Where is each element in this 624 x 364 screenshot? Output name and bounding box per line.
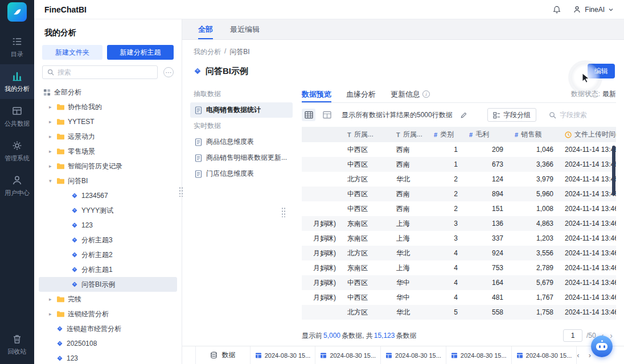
explorer-search-box[interactable] bbox=[42, 65, 158, 79]
tabs-scroll-left-icon[interactable]: ‹ bbox=[577, 351, 579, 359]
table-row[interactable]: 月妈咪)中西区华中44811,7672024-11-14 13:46:45 bbox=[302, 290, 616, 305]
table-row[interactable]: 月妈咪)北方区华北49243,5562024-11-14 13:46:45 bbox=[302, 246, 616, 260]
field-search-input[interactable] bbox=[560, 111, 611, 119]
table-row[interactable]: 中西区西南16733,3662024-11-14 13:46:45 bbox=[302, 157, 616, 172]
table-cell: 481 bbox=[463, 290, 509, 305]
info-icon[interactable]: i bbox=[422, 90, 430, 98]
detail-tab-0[interactable]: 数据预览 bbox=[302, 86, 331, 102]
detail-tab-2[interactable]: 更新信息i bbox=[391, 86, 430, 102]
sheet-tab-0[interactable]: 2024-08-30 15... bbox=[251, 346, 316, 364]
rail-item-user-center[interactable]: 用户中心 bbox=[0, 168, 34, 203]
dataset-resize-handle[interactable] bbox=[281, 207, 286, 217]
column-header[interactable]: #销售额 bbox=[509, 127, 559, 142]
column-header[interactable] bbox=[302, 127, 342, 142]
table-row[interactable]: 月妈咪)东南区上海33371,2032024-11-14 13:46:45 bbox=[302, 231, 616, 246]
table-cell: 337 bbox=[463, 231, 509, 246]
notification-bell-icon[interactable] bbox=[552, 5, 561, 14]
tree-item-17[interactable]: 20250108 bbox=[39, 336, 177, 351]
tree-item-13[interactable]: 问答BI示例 bbox=[39, 277, 177, 292]
column-header[interactable]: #类别 bbox=[428, 127, 463, 142]
column-view-icon[interactable] bbox=[320, 109, 334, 121]
column-header[interactable]: #毛利 bbox=[463, 127, 509, 142]
row-limit-summary: 显示所有数据计算结果的5000行数据 bbox=[342, 110, 453, 120]
rail-item-admin-system[interactable]: 管理系统 bbox=[0, 134, 34, 168]
search-icon bbox=[47, 69, 54, 76]
caret-right-icon[interactable]: ▸ bbox=[49, 163, 56, 169]
explorer-resize-handle[interactable] bbox=[179, 187, 183, 197]
table-row[interactable]: 北方区华北55581,7582024-11-14 13:46:45 bbox=[302, 305, 616, 320]
rail-item-catalog[interactable]: 目录 bbox=[0, 30, 34, 64]
table-view-icon[interactable] bbox=[302, 109, 315, 121]
caret-right-icon[interactable]: ▸ bbox=[49, 134, 56, 139]
table-row[interactable]: 北方区华北21243,9792024-11-14 13:46:45 bbox=[302, 172, 616, 187]
dataset-item[interactable]: 门店信息维度表 bbox=[190, 166, 293, 181]
breadcrumb-parent[interactable]: 我的分析 bbox=[194, 47, 221, 57]
tree-item-14[interactable]: ▸完犊 bbox=[39, 292, 177, 307]
new-folder-button[interactable]: 新建文件夹 bbox=[42, 45, 102, 60]
rail-item-my-analysis[interactable]: 我的分析 bbox=[0, 64, 34, 99]
table-row[interactable]: 月妈咪)中西区华中41645,6792024-11-14 13:46:45 bbox=[302, 275, 616, 290]
detail-tab-1[interactable]: 血缘分析 bbox=[346, 86, 376, 102]
main-tab-1[interactable]: 最近编辑 bbox=[230, 19, 260, 39]
caret-right-icon[interactable]: ▸ bbox=[49, 148, 56, 154]
tree-item-5[interactable]: ▸智能问答历史记录 bbox=[39, 159, 177, 173]
caret-right-icon[interactable]: ▸ bbox=[49, 104, 56, 110]
rows-total-count: 15,123 bbox=[374, 332, 395, 340]
tree-item-8[interactable]: YYYY测试 bbox=[39, 203, 177, 218]
tree-item-15[interactable]: ▸连锁经营分析 bbox=[39, 307, 177, 321]
edit-pencil-icon[interactable] bbox=[460, 111, 467, 119]
table-icon bbox=[451, 352, 458, 359]
sheet-tab-2[interactable]: 2024-08-30 15... bbox=[381, 346, 446, 364]
explorer-search-input[interactable] bbox=[58, 68, 153, 76]
table-row[interactable]: 中西区西南21511,0082024-11-14 13:46:45 bbox=[302, 201, 616, 216]
tree-item-9[interactable]: 123 bbox=[39, 218, 177, 233]
user-menu[interactable]: FineAI bbox=[573, 5, 614, 14]
sheet-tab-1[interactable]: 2024-08-30 15... bbox=[315, 346, 381, 364]
tree-item-7[interactable]: 1234567 bbox=[39, 188, 177, 203]
caret-right-icon[interactable]: ▸ bbox=[49, 296, 56, 302]
caret-right-icon[interactable]: ▸ bbox=[49, 311, 56, 317]
column-header[interactable]: T所属... bbox=[391, 127, 428, 142]
table-cell: 2024-11-14 13:46:45 bbox=[559, 142, 616, 157]
ai-assistant-button[interactable] bbox=[591, 336, 613, 357]
rail-item-public-data[interactable]: 公共数据 bbox=[0, 99, 34, 134]
table-row[interactable]: 中西区西南28945,9602024-11-14 13:46:45 bbox=[302, 187, 616, 201]
field-search-box[interactable] bbox=[549, 111, 616, 119]
tree-item-0[interactable]: 全部分析 bbox=[39, 85, 177, 100]
caret-right-icon[interactable]: ▸ bbox=[49, 119, 56, 125]
tree-item-16[interactable]: 连锁超市经营分析 bbox=[39, 321, 177, 336]
dataset-item[interactable]: 商品销售明细表数据更新... bbox=[190, 150, 293, 166]
sheet-tab-4[interactable]: 2024-08-30 15... bbox=[512, 346, 577, 364]
main-tab-0[interactable]: 全部 bbox=[198, 19, 213, 39]
table-scrollbar[interactable] bbox=[612, 146, 615, 196]
field-group-button[interactable]: 字段分组 bbox=[487, 108, 536, 122]
caret-down-icon[interactable]: ▾ bbox=[49, 178, 56, 184]
page-input[interactable] bbox=[563, 329, 582, 342]
edit-button[interactable]: 编辑 bbox=[588, 64, 615, 78]
tab-data[interactable]: 数据 bbox=[195, 346, 251, 364]
tree-item-2[interactable]: ▸YYTEST bbox=[39, 114, 177, 129]
new-subject-button[interactable]: 新建分析主题 bbox=[107, 45, 174, 60]
sheet-tab-3[interactable]: 2024-08-30 15... bbox=[446, 346, 512, 364]
tree-item-18[interactable]: 123 bbox=[39, 351, 177, 364]
column-header[interactable]: 文件上传时间(系统字... bbox=[559, 127, 616, 142]
breadcrumb-current[interactable]: 问答BI bbox=[229, 47, 249, 57]
tree-item-11[interactable]: 分析主题2 bbox=[39, 247, 177, 262]
column-header[interactable]: T所属... bbox=[342, 127, 391, 142]
rail-item-recycle-bin[interactable]: 回收站 bbox=[0, 327, 34, 362]
table-row[interactable]: 月妈咪)东南区上海31364,8632024-11-14 13:46:45 bbox=[302, 216, 616, 231]
tree-item-3[interactable]: ▸远景动力 bbox=[39, 129, 177, 144]
tree-item-1[interactable]: ▸协作给我的 bbox=[39, 100, 177, 114]
tree-item-4[interactable]: ▸零售场景 bbox=[39, 144, 177, 159]
tree-item-10[interactable]: 分析主题3 bbox=[39, 233, 177, 247]
table-doc-icon bbox=[195, 138, 202, 146]
table-row[interactable]: 中西区西南12091,0462024-11-14 13:46:45 bbox=[302, 142, 616, 157]
table-row[interactable]: 月妈咪)东南区上海47532,7892024-11-14 13:46:45 bbox=[302, 260, 616, 275]
tree-item-6[interactable]: ▾问答BI bbox=[39, 173, 177, 188]
tabs-scroll-right-icon[interactable]: › bbox=[589, 351, 591, 359]
dataset-item[interactable]: 商品信息维度表 bbox=[190, 134, 293, 150]
explorer-more-icon[interactable]: ⋯ bbox=[163, 67, 174, 77]
app-logo[interactable] bbox=[7, 2, 27, 22]
tree-item-12[interactable]: 分析主题1 bbox=[39, 262, 177, 277]
dataset-item[interactable]: 电商销售数据统计 bbox=[190, 102, 293, 118]
